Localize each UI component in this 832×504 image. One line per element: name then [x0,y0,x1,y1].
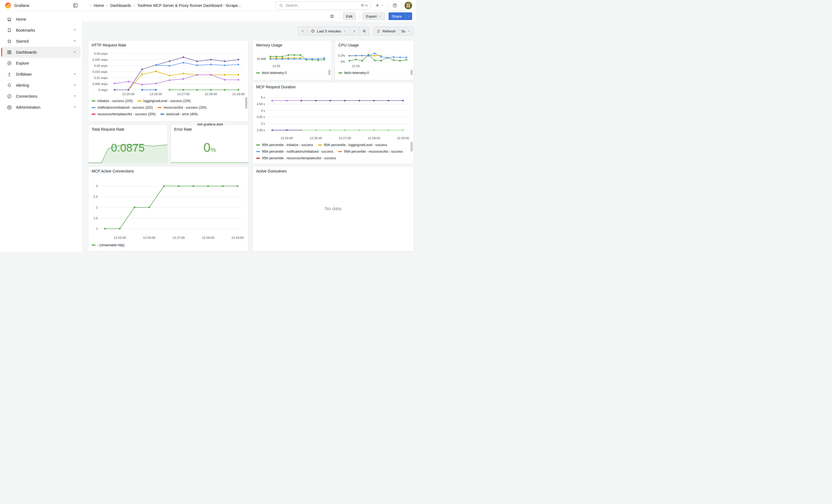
legend-item[interactable]: 95th percentile - resources/list - succe… [338,148,403,155]
svg-text:1.5: 1.5 [94,216,98,220]
sidebar-item[interactable]: Drilldown [2,69,81,80]
legend-scrollbar[interactable] [411,70,413,79]
legend-scrollbar[interactable] [245,97,248,119]
grafana-app: Grafana HomeDashboardsToolHive MCP Serve… [0,0,416,252]
legend-item[interactable]: fetch-telemetry-0 [256,70,287,76]
panel-title[interactable]: Memory Usage [253,41,331,47]
panel-title[interactable]: MCP Request Duration [253,82,414,89]
datasource-tooltip: otel-grafana-dark [196,122,224,127]
legend-item[interactable]: 95th percentile - initialize - success [256,142,313,148]
panel-total-request-rate: Total Request Rate 0.0875 [88,124,167,164]
sidebar-item[interactable]: Administration [2,102,81,113]
legend-item[interactable]: tools/call - error (404) [160,111,198,117]
error-rate-sparkline[interactable] [171,160,249,163]
svg-text:0.005 req/s: 0.005 req/s [93,82,108,85]
breadcrumb-item[interactable]: Home [87,3,104,8]
edit-button[interactable]: Edit [343,12,356,20]
legend-item[interactable]: resources/templates/list - success (200) [92,111,155,117]
panel-memory-usage: Memory Usage 16 MiB12:25 fetch-telemetry… [253,40,332,80]
legend-item[interactable]: initialize - success (200) [92,98,133,104]
legend-item[interactable]: fetch-telemetry-0 [338,70,369,76]
svg-text:0%: 0% [341,60,345,63]
legend-swatch [318,144,322,145]
add-new-button[interactable] [374,2,385,9]
panel-title[interactable]: HTTP Request Rate [88,41,248,47]
sidebar-item-icon [7,82,12,88]
chevron-down-icon[interactable] [73,39,77,44]
sidebar-item[interactable]: Starred [2,36,81,47]
svg-text:5 s: 5 s [261,96,265,99]
time-controls: Last 5 minutes Refresh [298,27,414,35]
sidebar-item-icon [7,17,12,22]
legend-item[interactable]: 95th percentile - resources/templates/li… [256,155,336,161]
breadcrumb-item[interactable]: ToolHive MCP Server & Proxy Runner Dashb… [131,3,241,8]
legend-item[interactable]: notifications/initialized - success (202… [92,104,153,111]
legend-item[interactable]: 95th percentile - notifications/initiali… [256,148,333,155]
chevron-down-icon [381,4,384,7]
legend-scrollbar[interactable] [328,70,331,79]
chevron-down-icon[interactable] [73,94,77,99]
legend-item[interactable]: unknown - success (200) [185,117,227,119]
content: Edit Export Share [82,11,416,252]
sidebar-item[interactable]: Dashboards [2,47,81,58]
avatar[interactable] [405,2,412,9]
search-box[interactable]: ⌘+k [276,1,371,10]
sidebar-item[interactable]: Home [2,14,81,25]
legend-label: tools/call - error (404) [166,112,198,116]
memory-usage-chart[interactable]: 16 MiB12:25 [254,49,329,69]
share-options-icon[interactable] [405,12,412,20]
svg-text:12:29:00: 12:29:00 [232,92,244,96]
legend-swatch [92,244,96,246]
legend-item[interactable]: tools/list - success (200) [139,117,180,119]
breadcrumb: HomeDashboardsToolHive MCP Server & Prox… [82,3,276,8]
dock-sidebar-icon[interactable] [72,2,79,9]
legend-item[interactable]: 95th percentile - logging/setLevel - suc… [318,142,387,148]
sidebar-item-label: Administration [16,105,69,109]
legend-swatch [338,151,342,152]
zoom-out-time-button[interactable] [359,27,369,35]
time-range-picker[interactable]: Last 5 minutes [308,27,350,35]
panel-title[interactable]: MCP Active Connections [88,166,248,173]
time-shift-back-button[interactable] [298,27,308,35]
chevron-down-icon[interactable] [73,28,77,33]
export-button[interactable]: Export [363,12,385,20]
time-shift-forward-button[interactable] [349,27,359,35]
legend-item[interactable]: resources/list - success (200) [158,104,206,111]
legend-item[interactable]: logging/setLevel - success (200) [137,98,191,104]
svg-text:0.01 req/s: 0.01 req/s [94,76,108,80]
dashboard-toolbar: Edit Export Share [82,11,416,22]
breadcrumb-item[interactable]: Dashboards [104,3,131,8]
sidebar-item-icon [7,105,12,110]
share-button[interactable]: Share [389,12,405,20]
refresh-button[interactable]: Refresh [373,27,398,35]
search-input[interactable] [286,3,359,7]
refresh-interval-picker[interactable]: 5s [398,27,414,35]
chevron-down-icon[interactable] [73,105,77,110]
legend-label: logging/setLevel - success (200) [144,99,191,103]
chevron-down-icon [407,29,411,33]
mcp-active-connections-chart[interactable]: 11.522.5312:25:0012:26:0012:27:0012:28:0… [90,175,245,240]
mcp-request-duration-chart[interactable]: 2.50 s3 s3.50 s4 s4.50 s5 s12:25:0012:26… [255,91,411,140]
panel-title[interactable]: CPU Usage [335,41,414,47]
help-icon[interactable] [391,2,399,9]
cpu-usage-chart[interactable]: 0.2%0%12:25 [336,49,411,69]
svg-text:1: 1 [96,227,98,230]
sidebar-item[interactable]: Bookmarks [2,25,81,36]
sidebar-item[interactable]: Alerting [2,80,81,91]
search-icon [279,3,283,8]
http-request-rate-chart[interactable]: 0 req/s0.005 req/s0.01 req/s0.015 req/s0… [90,49,246,97]
sidebar-item[interactable]: Explore [2,58,81,69]
legend-item[interactable]: - (streamable-http) [92,242,125,248]
sidebar-item[interactable]: Connections [2,91,81,102]
chevron-down-icon[interactable] [73,72,77,77]
favorite-star-icon[interactable] [328,12,336,20]
chevron-down-icon[interactable] [73,50,77,55]
svg-text:4 s: 4 s [261,109,265,112]
legend-item[interactable]: tools/call - success (200) [92,117,134,119]
chevron-down-icon[interactable] [73,83,77,88]
legend-scrollbar[interactable] [411,142,413,163]
grafana-logo[interactable] [4,2,11,9]
dashboard-canvas: Last 5 minutes Refresh [82,22,416,252]
chevron-right-icon [352,29,356,33]
panel-title[interactable]: Total Request Rate [88,125,167,132]
